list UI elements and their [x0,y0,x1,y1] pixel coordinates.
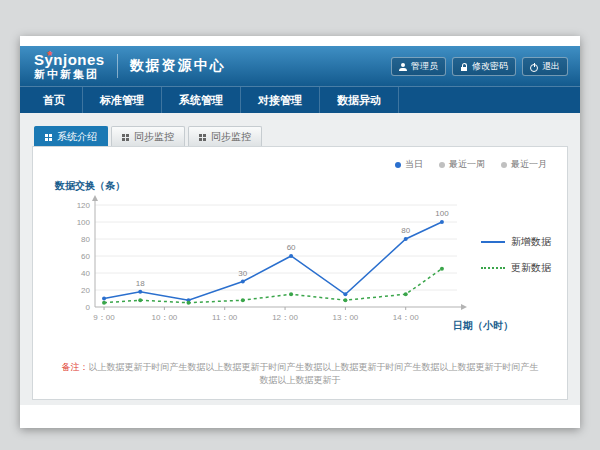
filter-today-label: 当日 [405,158,423,171]
filter-last-month-label: 最近一月 [511,158,547,171]
lock-icon [460,63,468,71]
page-title: 数据资源中心 [130,57,226,75]
power-icon [530,63,538,71]
tab-bar: 系统介绍 同步监控 同步监控 [20,113,580,146]
y-axis-title: 数据交换（条） [55,179,125,193]
content-area: 系统介绍 同步监控 同步监控 当日 最近一周 [20,113,580,405]
series-legend: 新增数据 更新数据 [481,235,551,287]
svg-text:11：00: 11：00 [212,313,238,322]
svg-text:9：00: 9：00 [93,313,115,322]
svg-text:13：00: 13：00 [332,313,358,322]
dotted-line-icon [481,267,505,269]
radio-dot-icon [439,162,445,168]
solid-line-icon [481,241,505,243]
svg-text:60: 60 [81,252,90,261]
header-divider [117,54,118,78]
tab-label: 同步监控 [134,130,174,144]
logo-text: Synjones [34,52,105,69]
radio-dot-icon [501,162,507,168]
svg-text:12：00: 12：00 [272,313,298,322]
tab-sync-monitor-2[interactable]: 同步监控 [188,126,262,147]
footnote-label: 备注： [62,362,89,372]
nav-item-docking-mgmt[interactable]: 对接管理 [241,87,320,113]
svg-text:120: 120 [77,201,91,210]
x-axis-title: 日期（小时） [453,319,513,333]
svg-text:40: 40 [81,269,90,278]
tab-sync-monitor-1[interactable]: 同步监控 [111,126,185,147]
legend-new-data-label: 新增数据 [511,235,551,249]
filter-last-month[interactable]: 最近一月 [501,158,547,171]
legend-new-data[interactable]: 新增数据 [481,235,551,249]
nav-item-standard-mgmt[interactable]: 标准管理 [83,87,162,113]
svg-text:0: 0 [86,303,91,312]
tab-label: 同步监控 [211,130,251,144]
svg-text:18: 18 [136,279,145,288]
header-actions: 管理员 修改密码 退出 [391,57,568,76]
logo-spark-icon [47,49,52,63]
filter-last-week-label: 最近一周 [449,158,485,171]
logo-subtitle: 新中新集团 [34,68,105,80]
user-icon [399,63,407,71]
logo[interactable]: Synjones 新中新集团 [34,52,105,81]
admin-button[interactable]: 管理员 [391,57,446,76]
legend-updated-data[interactable]: 更新数据 [481,261,551,275]
admin-button-label: 管理员 [411,60,438,73]
svg-text:60: 60 [287,243,296,252]
svg-text:100: 100 [77,218,91,227]
line-chart: 0204060801001209：0010：0011：0012：0013：001… [61,193,469,343]
svg-text:14：00: 14：00 [393,313,419,322]
change-password-label: 修改密码 [472,60,508,73]
change-password-button[interactable]: 修改密码 [452,57,516,76]
radio-dot-icon [395,162,401,168]
svg-text:80: 80 [401,226,410,235]
grid-icon [199,134,202,137]
grid-icon [122,134,125,137]
nav-item-data-change[interactable]: 数据异动 [320,87,399,113]
app-header: Synjones 新中新集团 数据资源中心 管理员 修改密码 退出 [20,46,580,86]
nav-item-system-mgmt[interactable]: 系统管理 [162,87,241,113]
svg-text:80: 80 [81,235,90,244]
app-window: Synjones 新中新集团 数据资源中心 管理员 修改密码 退出 首页 标准管… [20,36,580,428]
tab-label: 系统介绍 [57,130,97,144]
svg-text:10：00: 10：00 [151,313,177,322]
svg-text:100: 100 [435,209,449,218]
filter-last-week[interactable]: 最近一周 [439,158,485,171]
svg-text:30: 30 [238,269,247,278]
chart-panel: 当日 最近一周 最近一月 数据交换（条） 0204060801001209：00… [32,146,568,400]
footnote-text: 以上数据更新于时间产生数据以上数据更新于时间产生数据以上数据更新于时间产生数据以… [89,362,539,385]
grid-icon [45,134,48,137]
time-filter-legend: 当日 最近一周 最近一月 [395,158,547,171]
logout-button[interactable]: 退出 [522,57,568,76]
main-nav: 首页 标准管理 系统管理 对接管理 数据异动 [20,86,580,113]
svg-text:20: 20 [81,286,90,295]
footnote: 备注：以上数据更新于时间产生数据以上数据更新于时间产生数据以上数据更新于时间产生… [33,361,567,387]
filter-today[interactable]: 当日 [395,158,423,171]
legend-updated-data-label: 更新数据 [511,261,551,275]
tab-system-intro[interactable]: 系统介绍 [34,126,108,147]
logout-label: 退出 [542,60,560,73]
nav-item-home[interactable]: 首页 [26,87,83,113]
